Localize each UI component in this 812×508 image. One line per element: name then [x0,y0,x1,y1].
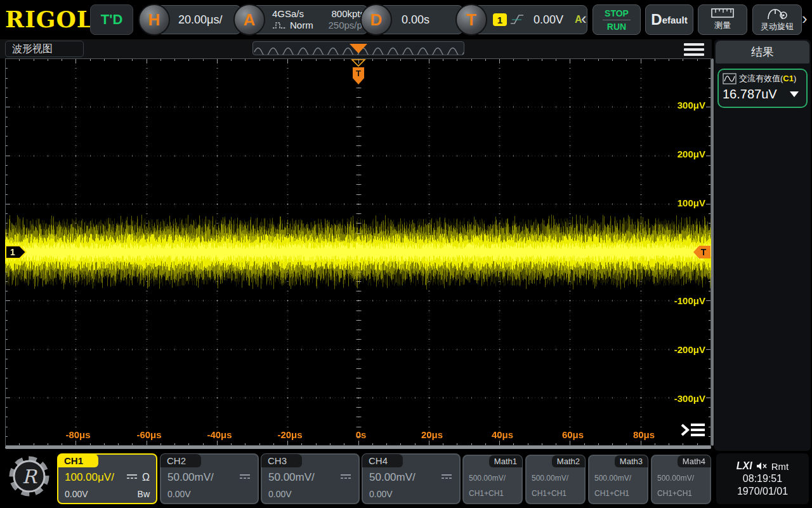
measurement-name: 交流有效值( [739,74,783,83]
ch3-offset: 0.00V [268,489,292,499]
stop-label: STOP [605,8,629,18]
math4-tab[interactable]: Math4 [678,455,710,467]
t-axis-label: 40μs [477,429,528,440]
math2-tab[interactable]: Math2 [552,455,585,467]
math2-card[interactable]: Math2 500.00mV/ CH1+CH1 [525,455,586,504]
measurement-value: 16.787uV [723,87,777,102]
ch4-scale: 50.00mV/ [369,471,416,484]
toolbar-scroll-right-icon[interactable]: › [802,10,808,27]
trigger-knob[interactable]: T [455,4,487,36]
math3-card[interactable]: Math3 500.00mV/ CH1+CH1 [588,455,648,504]
t-axis-label: 60μs [547,429,598,440]
horizontal-knob[interactable]: H [138,4,170,36]
ch1-offset: 0.00V [65,489,88,499]
delay-value: 0.00s [402,13,429,27]
v-axis-label: 100μV [655,197,705,208]
grid-vertical-scrollbar[interactable] [711,58,714,446]
clock-date: 1970/01/01 [737,486,788,497]
math3-tab[interactable]: Math3 [615,455,648,467]
grid-horizontal-scrollbar[interactable] [5,446,711,449]
channel-card-ch3[interactable]: CH3 50.00mV/ 0.00V [261,453,360,504]
t-axis-label: 0s [336,429,386,440]
t-axis-label: -60μs [124,429,174,440]
ch2-tab[interactable]: CH2 [160,454,201,467]
default-button[interactable]: Default [645,4,693,35]
channel-card-ch1[interactable]: CH1 100.00μV/ Ω 0.00V Bw [57,453,157,504]
lxi-badge: LXI [737,460,752,472]
trigger-slope-icon [509,13,525,27]
acquire-mode: Norm [290,20,313,31]
ch3-scale: 50.00mV/ [268,471,315,484]
stop-run-button[interactable]: STOP RUN [593,4,641,35]
divider [603,20,631,20]
ch1-tab[interactable]: CH1 [58,454,98,467]
trigger-level-marker[interactable]: T [693,244,712,260]
menu-icon[interactable] [684,43,704,56]
math4-scale: 500.00mV/ [657,474,694,483]
default-label-rest: efault [662,15,688,25]
ruler-icon [711,8,734,18]
expand-menu-icon[interactable] [680,420,707,439]
status-clock-card[interactable]: LXI Rmt 08:19:51 1970/01/01 [716,453,809,504]
waveform-view-title: 波形视图 [5,41,84,57]
waveform-view-header: 波形视图 [0,39,712,58]
quick-knob-label: 灵动旋钮 [761,21,794,32]
ch1-bandwidth: Bw [138,489,150,499]
ch1-impedance: Ω [142,472,150,483]
math1-card[interactable]: Math1 500.00mV/ CH1+CH1 [462,455,523,504]
trigger-source-badge: 1 [493,13,507,26]
acquisition-panel[interactable]: 4GSa/s 800kpts Norm 250ps/pt [247,5,368,34]
dc-coupling-icon [440,473,453,481]
delay-knob[interactable]: D [360,4,392,36]
chevron-down-icon[interactable] [790,91,799,97]
measure-button[interactable]: 测量 [698,4,747,35]
t-axis-label: 20μs [407,429,457,440]
horizontal-position-scrollbar[interactable] [252,41,464,55]
ch4-tab[interactable]: CH4 [362,454,403,467]
svg-text:T: T [356,69,361,78]
sample-rate: 4GSa/s [272,8,304,20]
horizontal-scale-value: 20.00μs/ [178,13,222,27]
channel-bar: R CH1 100.00μV/ Ω 0.00V Bw CH2 [0,451,812,508]
ch2-scale: 50.00mV/ [167,471,214,484]
t-axis-label: -80μs [53,429,103,440]
quick-knob-button[interactable]: 灵动旋钮 [752,4,802,35]
t-axis-label: -40μs [194,429,245,440]
trigger-level-value: 0.00V [534,13,563,27]
results-panel: 结果 交流有效值(C1) 16.787uV [714,39,811,451]
channel-card-ch2[interactable]: CH2 50.00mV/ 0.00V [160,453,259,504]
measurement-card[interactable]: 交流有效值(C1) 16.787uV [717,69,808,108]
ch1-position-marker[interactable]: 1 [5,244,28,260]
waveform-canvas [5,58,711,446]
acquire-mode-icon [272,21,287,30]
math1-tab[interactable]: Math1 [489,455,522,467]
math4-card[interactable]: Math4 500.00mV/ CH1+CH1 [651,455,711,504]
rigol-gear-logo[interactable]: R [8,455,51,498]
trigger-status-button[interactable]: T'D [90,4,133,35]
remote-badge: Rmt [771,461,789,472]
top-toolbar: RIGOL T'D 20.00μs/ H 4GSa/s 800kpts [0,0,812,39]
run-label: RUN [607,22,626,32]
trigger-position-marker[interactable]: T [350,58,367,88]
trigger-group: 1 0.00V A T [455,4,589,36]
channel-card-ch4[interactable]: CH4 50.00mV/ 0.00V [362,453,461,504]
knob-icon [766,8,788,20]
toolbar-scroll-left-icon[interactable]: ‹ [581,10,587,27]
waveform-grid[interactable]: 300μV 200μV 100μV -100μV -200μV -300μV -… [5,58,711,446]
results-panel-title: 结果 [716,41,809,64]
horizontal-group: 20.00μs/ H [138,4,245,36]
measurement-channel: C1 [783,74,794,83]
ch1-scale: 100.00μV/ [65,471,114,484]
ch3-tab[interactable]: CH3 [261,454,302,467]
acquisition-knob[interactable]: A [233,4,265,36]
svg-text:T: T [701,247,707,257]
measure-label: 测量 [714,20,731,31]
oscilloscope-screen: RIGOL T'D 20.00μs/ H 4GSa/s 800kpts [0,0,812,508]
dc-coupling-icon [339,473,352,481]
svg-text:1: 1 [10,247,15,257]
acquisition-group: 4GSa/s 800kpts Norm 250ps/pt A [233,4,369,36]
default-label-d: D [651,11,662,29]
math1-scale: 500.00mV/ [469,474,506,483]
t-axis-label: -20μs [265,429,315,440]
delay-group: 0.00s D [360,4,464,36]
